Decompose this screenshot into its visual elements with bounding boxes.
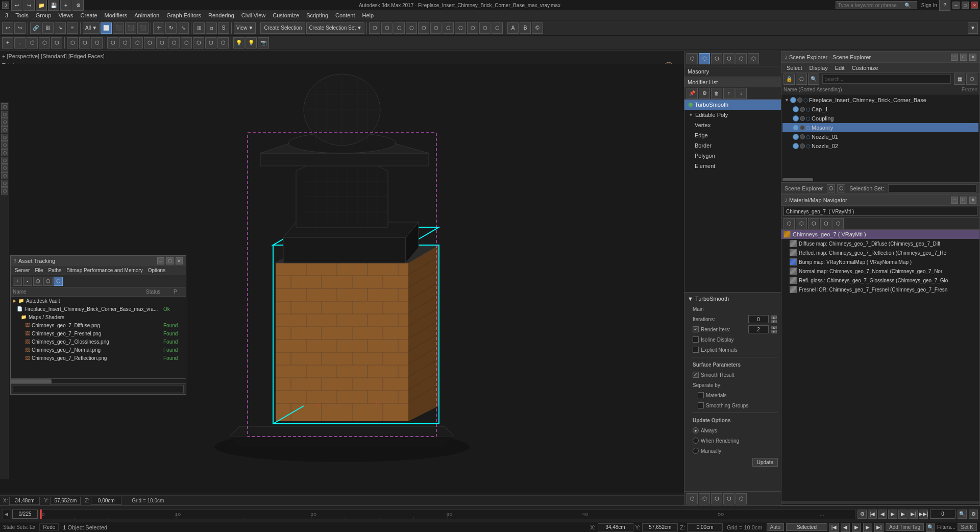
mat-root-item[interactable]: Chimneys_geo_7 ( VRayMtl )	[781, 230, 979, 239]
se-eye-masonry[interactable]	[793, 125, 799, 131]
asset-browser[interactable]: ⬡	[492, 22, 503, 34]
asset-tracking-title-bar[interactable]: 3 Asset Tracking ─ □ ✕	[11, 256, 186, 266]
se-menu-edit[interactable]: Edit	[832, 64, 848, 72]
se-eye-root[interactable]	[790, 97, 796, 103]
at-row-reflection[interactable]: 🖼 Chimneys_geo_7_Reflection.png Found	[11, 354, 186, 362]
se-eye-nozzle01[interactable]	[793, 134, 799, 140]
set-k-btn[interactable]: Set K	[958, 523, 977, 531]
mod-motion-icon[interactable]: ⬡	[723, 53, 734, 64]
explicit-normals-checkbox[interactable]	[693, 347, 699, 353]
status-y-val[interactable]: 57,652cm	[642, 523, 678, 531]
mod-tb-pin[interactable]: 📌	[687, 88, 698, 99]
side-btn-2[interactable]: ⬡	[1, 111, 8, 118]
play-last-frame[interactable]: ▶▶|	[919, 510, 928, 519]
materials-checkbox[interactable]	[698, 392, 704, 398]
update-btn[interactable]: Update	[752, 458, 778, 467]
side-btn-12[interactable]: ⬡	[1, 187, 8, 195]
mod-item-border[interactable]: Border	[684, 140, 781, 151]
title-redo[interactable]: ↪	[23, 0, 35, 11]
side-btn-11[interactable]: ⬡	[1, 180, 8, 187]
tb2-btn6[interactable]: ⬡	[67, 37, 78, 49]
at-row-diffuse[interactable]: 🖼 Chimneys_geo_7_Diffuse.png Found	[11, 321, 186, 329]
menu-scripting[interactable]: Scripting	[303, 11, 331, 19]
mat-restore-btn[interactable]: □	[960, 197, 967, 204]
se-filter-btn[interactable]: ⬡	[796, 74, 807, 85]
side-btn-7[interactable]: ⬡	[1, 149, 8, 156]
tb2-expand1[interactable]: ⬡	[107, 37, 118, 49]
se-sel-set-input[interactable]	[888, 184, 976, 192]
side-btn-3[interactable]: ⬡	[1, 118, 8, 126]
help-btn[interactable]: ?	[939, 0, 950, 11]
status-play-prev[interactable]: ◀	[841, 523, 850, 532]
tb2-btn8[interactable]: ⬡	[91, 37, 103, 49]
se-search-btn[interactable]: 🔍	[808, 74, 819, 85]
mod-bottom-btn3[interactable]: ⬡	[711, 493, 722, 504]
time-input[interactable]: 0	[930, 510, 955, 519]
mod-tb-config[interactable]: ⚙	[699, 88, 710, 99]
ri-up[interactable]: ▲	[771, 326, 777, 329]
at-row-fresnel[interactable]: 🖼 Chimneys_geo_7_Fresnel.png Found	[11, 329, 186, 337]
at-menu-options[interactable]: Options	[146, 267, 167, 274]
scale-btn[interactable]: ⤡	[178, 22, 189, 34]
mat-close-btn[interactable]: ✕	[969, 197, 976, 204]
win-close-btn[interactable]: ✕	[971, 2, 978, 9]
asset-list[interactable]: ▶ 📁 Autodesk Vault 📄 Fireplace_Insert_Ch…	[11, 297, 186, 378]
mod-bottom-btn2[interactable]: ⬡	[699, 493, 710, 504]
mat-item-gloss[interactable]: Refl. gloss.: Chimneys_geo_7_Glossiness …	[781, 276, 979, 285]
mat-nav-tb1[interactable]: ⬡	[783, 218, 795, 229]
timeline-frame[interactable]: 0 / 225	[12, 510, 38, 519]
tb2-expand4[interactable]: ⬡	[144, 37, 155, 49]
se-item-nozzle02[interactable]: ⬡ Nozzle_02	[782, 141, 978, 151]
at-tb4[interactable]: ⬡	[43, 277, 53, 286]
mod-display-icon[interactable]: ⬡	[736, 53, 747, 64]
mat-item-reflect[interactable]: Reflect map: Chimneys_geo_7_Reflection (…	[781, 248, 979, 257]
bind-space-warp[interactable]: ∿	[55, 22, 66, 34]
se-menu-display[interactable]: Display	[806, 64, 831, 72]
se-minimize-btn[interactable]: ─	[951, 54, 958, 61]
tb2-expand10[interactable]: ⬡	[217, 37, 229, 49]
view-dropdown[interactable]: View ▼	[234, 22, 256, 34]
tb2-expand2[interactable]: ⬡	[119, 37, 131, 49]
timeline-toggle[interactable]: ◀	[2, 509, 10, 519]
array-tool[interactable]: ⬡	[381, 22, 393, 34]
menu-views[interactable]: Views	[55, 11, 76, 19]
side-btn-1[interactable]: ⬡	[1, 103, 8, 110]
se-eye-cap1[interactable]	[793, 106, 799, 112]
mirror-btn[interactable]: ⧈	[206, 22, 217, 34]
menu-graph-editors[interactable]: Graph Editors	[163, 11, 204, 19]
at-menu-bitmap[interactable]: Bitmap Performance and Memory	[64, 267, 145, 274]
se-item-nozzle01[interactable]: ⬡ Nozzle_01	[782, 132, 978, 141]
mod-item-polygon[interactable]: Polygon	[684, 151, 781, 161]
snap-toggle[interactable]: S	[218, 22, 229, 34]
at-minimize-btn[interactable]: ─	[157, 257, 164, 264]
iter-down[interactable]: ▼	[771, 320, 777, 323]
menu-help[interactable]: Help	[359, 11, 377, 19]
play-prev-key[interactable]: |◀	[868, 510, 877, 519]
select-move-btn[interactable]: ✛	[153, 22, 164, 34]
workspace-dropdown[interactable]: ▼	[968, 22, 978, 34]
mod-tb-delete[interactable]: 🗑	[711, 88, 722, 99]
se-eye-masonry2[interactable]	[800, 125, 805, 130]
mat-item-bump[interactable]: Bump map: VRayNormalMap ( VRayNormalMap …	[781, 257, 979, 267]
rotate-btn[interactable]: ↻	[165, 22, 177, 34]
side-btn-4[interactable]: ⬡	[1, 126, 8, 133]
menu-civil-view[interactable]: Civil View	[238, 11, 268, 19]
mat-minimize-btn[interactable]: ─	[951, 197, 958, 204]
tb2-btn1[interactable]: +	[2, 37, 13, 49]
track-view[interactable]: ⬡	[443, 22, 454, 34]
smooth-result-checkbox[interactable]: ✓	[693, 372, 699, 378]
at-row-glossiness[interactable]: 🖼 Chimneys_geo_7_Glossiness.png Found	[11, 337, 186, 346]
iterations-input[interactable]	[748, 315, 769, 323]
tb2-expand5[interactable]: ⬡	[156, 37, 167, 49]
se-eye-nozzle022[interactable]	[800, 143, 805, 149]
se-item-masonry[interactable]: ⬡ Masonry ⌖	[782, 123, 978, 132]
title-undo[interactable]: ↩	[11, 0, 22, 11]
side-btn-5[interactable]: ⬡	[1, 134, 8, 141]
select-object-btn[interactable]: ⬜	[101, 22, 112, 34]
key-filter-btn[interactable]: ⚙	[857, 510, 867, 519]
at-row-file[interactable]: 📄 Fireplace_Insert_Chimney_Brick_Corner_…	[11, 305, 186, 313]
render-iters-checkbox[interactable]: ✓	[693, 326, 699, 332]
status-play-end[interactable]: ▶|	[874, 523, 884, 532]
se-lock-btn[interactable]: 🔒	[783, 74, 795, 85]
tb2-btn2[interactable]: -	[14, 37, 26, 49]
